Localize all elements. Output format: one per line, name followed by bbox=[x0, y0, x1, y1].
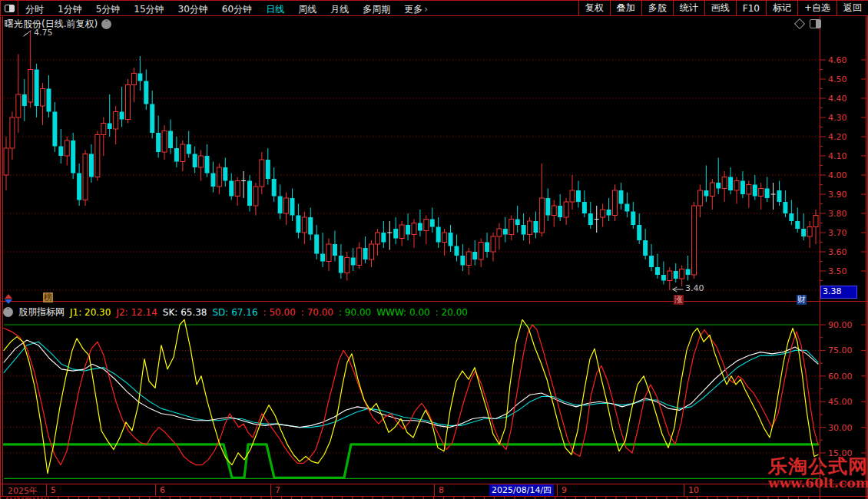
tool-menu-item-1[interactable]: 叠加 bbox=[610, 1, 641, 15]
low-price-annotation: 3.40 bbox=[685, 283, 704, 293]
indicator-param-1: J2: 12.14 bbox=[116, 307, 157, 318]
indicator-param-7: WWW: 0.00 bbox=[376, 307, 429, 318]
indicator-values: J1: 20.30J2: 12.14SK: 65.38SD: 67.16: 50… bbox=[70, 307, 473, 318]
period-menu-item-8[interactable]: 月线 bbox=[323, 4, 356, 15]
tool-menu: 复权叠加多股统计画线F10标记+自选返回 bbox=[578, 1, 868, 15]
period-menu-item-10[interactable]: 更多› bbox=[397, 4, 435, 15]
bang-shortcut-icon[interactable]: 榜 bbox=[43, 292, 53, 302]
year-label: 2025年 bbox=[8, 485, 38, 497]
tool-menu-item-6[interactable]: 标记 bbox=[766, 1, 797, 15]
period-menu-item-3[interactable]: 15分钟 bbox=[127, 4, 171, 15]
last-price-badge: 3.38 bbox=[820, 286, 857, 299]
indicator-axis-label: 90.00 bbox=[828, 320, 863, 330]
price-axis-label: 3.70 bbox=[828, 228, 863, 238]
stock-title: 曙光股份(日线.前复权) bbox=[5, 18, 98, 31]
price-axis-label: 4.00 bbox=[828, 170, 863, 180]
month-label-6: 6 bbox=[160, 485, 165, 495]
tool-menu-item-7[interactable]: +自选 bbox=[797, 1, 837, 15]
price-axis-label: 4.30 bbox=[828, 113, 863, 123]
indicator-param-5: : 70.00 bbox=[301, 307, 333, 318]
indicator-param-8: : 20.00 bbox=[436, 307, 468, 318]
tool-menu-item-4[interactable]: 画线 bbox=[704, 1, 736, 15]
period-menu-item-5[interactable]: 60分钟 bbox=[215, 4, 259, 15]
indicator-axis-label: 45.00 bbox=[828, 397, 863, 407]
indicator-param-0: J1: 20.30 bbox=[70, 307, 111, 318]
indicator-axis-label: 30.00 bbox=[828, 423, 863, 433]
month-label-10: 10 bbox=[688, 485, 699, 495]
tool-menu-item-0[interactable]: 复权 bbox=[578, 1, 610, 15]
month-label-8: 8 bbox=[439, 485, 444, 495]
price-axis-label: 3.50 bbox=[828, 266, 863, 276]
indicator-param-4: : 50.00 bbox=[263, 307, 296, 318]
period-menu: 分时1分钟5分钟15分钟30分钟60分钟日线周线月线多周期更多› bbox=[0, 1, 435, 15]
period-menu-item-4[interactable]: 30分钟 bbox=[171, 4, 215, 15]
watermark: 乐淘公式网 www.60lt.com bbox=[768, 457, 868, 491]
indicator-param-6: : 90.00 bbox=[339, 307, 371, 318]
tool-menu-item-2[interactable]: 多股 bbox=[641, 1, 673, 15]
zhang-shortcut-icon[interactable]: 涨 bbox=[674, 295, 684, 305]
period-menu-item-2[interactable]: 5分钟 bbox=[89, 4, 128, 15]
indicator-param-3: SD: 67.16 bbox=[212, 307, 257, 318]
main-chart-canvas[interactable] bbox=[0, 0, 868, 499]
tool-menu-item-3[interactable]: 统计 bbox=[673, 1, 704, 15]
indicator-name: 股朋指标网 bbox=[18, 306, 65, 319]
month-label-5: 5 bbox=[51, 485, 56, 495]
pane-split-icon[interactable] bbox=[810, 19, 821, 28]
cai-shortcut-icon[interactable]: 财 bbox=[797, 295, 807, 305]
price-axis-label: 4.50 bbox=[828, 74, 863, 84]
month-label-9: 9 bbox=[562, 485, 567, 495]
pane-resize-icon[interactable] bbox=[4, 294, 13, 304]
indicator-axis-label: 60.00 bbox=[828, 372, 863, 382]
watermark-url: www.60lt.com bbox=[768, 477, 868, 491]
chevron-down-icon[interactable]: ˇ bbox=[101, 19, 111, 29]
diamond-icon[interactable] bbox=[794, 18, 805, 29]
price-axis-label: 4.60 bbox=[828, 55, 863, 65]
price-axis-label: 3.80 bbox=[828, 209, 863, 219]
period-menu-item-6[interactable]: 日线 bbox=[259, 4, 291, 15]
split-window-icon bbox=[5, 5, 15, 12]
month-label-7: 7 bbox=[275, 485, 280, 495]
selected-date-badge: 2025/08/14/四 bbox=[489, 484, 554, 496]
period-menu-item-7[interactable]: 周线 bbox=[291, 4, 323, 15]
price-axis-label: 3.60 bbox=[828, 247, 863, 257]
indicator-axis-label: 75.00 bbox=[828, 345, 863, 355]
tool-menu-item-8[interactable]: 返回 bbox=[837, 1, 868, 15]
price-axis-label: 4.40 bbox=[828, 94, 863, 104]
top-menu-bar: 分时1分钟5分钟15分钟30分钟60分钟日线周线月线多周期更多› 复权叠加多股统… bbox=[0, 0, 868, 16]
period-menu-item-1[interactable]: 1分钟 bbox=[51, 4, 89, 15]
period-menu-item-9[interactable]: 多周期 bbox=[356, 4, 397, 15]
price-axis-label: 3.90 bbox=[828, 190, 863, 200]
price-axis-label: 4.10 bbox=[828, 151, 863, 161]
layout-split-button[interactable] bbox=[0, 1, 18, 15]
watermark-site-name: 乐淘公式网 bbox=[768, 457, 868, 477]
price-axis-label: 4.20 bbox=[828, 132, 863, 142]
tool-menu-item-5[interactable]: F10 bbox=[736, 1, 766, 15]
period-menu-item-0[interactable]: 分时 bbox=[18, 4, 51, 15]
indicator-collapse-icon[interactable]: ˇ bbox=[3, 307, 13, 317]
indicator-param-2: SK: 65.38 bbox=[163, 307, 207, 318]
